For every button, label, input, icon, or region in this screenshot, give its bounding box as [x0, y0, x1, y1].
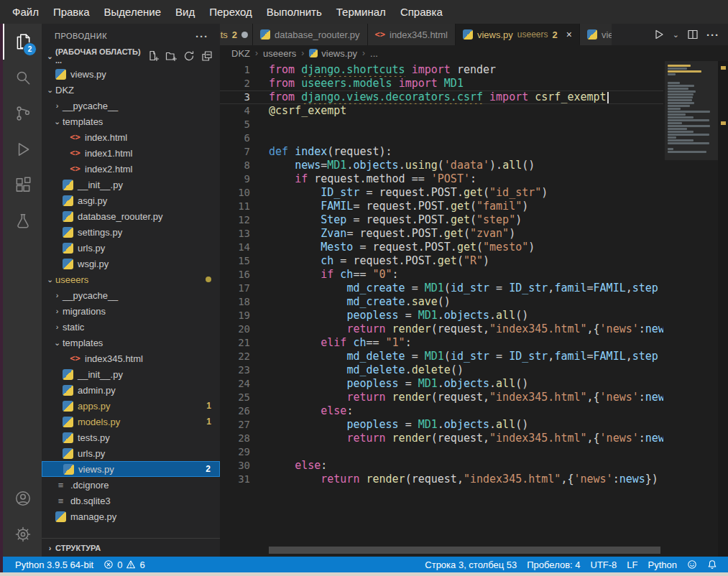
tree-item-.dcignore[interactable]: ≡.dcignore [42, 477, 220, 493]
code-line-1[interactable]: 1from django.shortcuts import render [220, 63, 663, 77]
code-line-4[interactable]: 4@csrf_exempt [220, 104, 663, 118]
code-line-14[interactable]: 14 Mesto = request.POST.get("mesto") [220, 241, 663, 254]
vertical-scrollbar[interactable] [718, 61, 728, 557]
activity-run-debug-button[interactable] [3, 131, 42, 167]
code-line-26[interactable]: 26 else: [220, 404, 663, 418]
code-line-15[interactable]: 15 ch = request.POST.get("R") [220, 254, 663, 268]
eol-status[interactable]: LF [622, 559, 642, 570]
tree-item-index2.html[interactable]: <>index2.html [42, 161, 220, 177]
new-folder-button[interactable] [165, 50, 177, 62]
line-number[interactable]: 24 [220, 377, 250, 391]
breadcrumb-item--[interactable]: ... [370, 48, 378, 59]
code-line-10[interactable]: 10 ID_str = request.POST.get("id_str") [220, 186, 663, 200]
tree-item-__init__.py[interactable]: __init__.py [42, 177, 220, 192]
language-mode-status[interactable]: Python [643, 559, 682, 570]
chevron-right-icon[interactable]: › [52, 322, 63, 331]
tree-item-tests.py[interactable]: tests.py [42, 429, 220, 445]
line-number[interactable]: 14 [220, 241, 250, 254]
chevron-down-icon[interactable]: ⌄ [45, 275, 55, 284]
menu-item-4[interactable]: Переход [203, 3, 259, 21]
tree-item-admin.py[interactable]: admin.py [42, 382, 220, 398]
menu-item-7[interactable]: Справка [394, 3, 449, 21]
new-file-button[interactable] [147, 50, 159, 62]
tree-item-views.py[interactable]: views.py2 [42, 461, 220, 477]
activity-source-control-button[interactable] [3, 96, 42, 131]
sidebar-more-actions-icon[interactable]: ··· [195, 30, 208, 42]
code-line-18[interactable]: 18 md_create.save() [220, 295, 663, 309]
line-number[interactable]: 30 [220, 459, 250, 473]
code-editor[interactable]: 1from django.shortcuts import render2fro… [220, 61, 728, 557]
code-line-9[interactable]: 9 if request.method == 'POST': [220, 172, 663, 186]
menu-item-5[interactable]: Выполнить [260, 3, 328, 21]
code-line-12[interactable]: 12 Step = request.POST.get("step") [220, 213, 663, 227]
menu-item-6[interactable]: Терминал [330, 3, 392, 21]
code-line-20[interactable]: 20 return render(request,"index345.html"… [220, 322, 663, 336]
activity-explorer-button[interactable]: 2 [3, 24, 42, 60]
code-line-27[interactable]: 27 peopless = MD1.objects.all() [220, 418, 663, 432]
tab-vie[interactable]: vie [580, 24, 612, 45]
code-line-23[interactable]: 23 md_delete.delete() [220, 363, 663, 377]
tree-item-__pycache__[interactable]: ›__pycache__ [42, 98, 220, 113]
code-line-8[interactable]: 8 news=MD1.objects.using('daata').all() [220, 159, 663, 172]
code-line-28[interactable]: 28 return render(request,"index345.html"… [220, 432, 663, 445]
line-number[interactable]: 20 [220, 322, 250, 336]
line-number[interactable]: 31 [220, 473, 250, 486]
tree-item-static[interactable]: ›static [42, 319, 220, 335]
line-number[interactable]: 8 [220, 159, 250, 172]
line-number[interactable]: 19 [220, 309, 250, 322]
code-line-29[interactable]: 29 [220, 445, 663, 459]
collapse-all-button[interactable] [201, 50, 213, 62]
code-line-24[interactable]: 24 peopless = MD1.objects.all() [220, 377, 663, 391]
line-number[interactable]: 12 [220, 213, 250, 227]
more-actions-icon[interactable]: ··· [706, 29, 719, 41]
line-number[interactable]: 7 [220, 145, 250, 159]
line-number[interactable]: 6 [220, 131, 250, 145]
tree-item-apps.py[interactable]: apps.py1 [42, 398, 220, 414]
activity-testing-button[interactable] [3, 203, 42, 239]
tree-item-__pycache__[interactable]: ›__pycache__ [42, 287, 220, 303]
line-number[interactable]: 22 [220, 350, 250, 363]
chevron-right-icon[interactable]: › [52, 307, 63, 315]
line-number[interactable]: 13 [220, 227, 250, 241]
tab-views-py[interactable]: views.pyuseeers2× [456, 24, 580, 45]
menu-item-1[interactable]: Правка [47, 3, 96, 21]
tree-item-__init__.py[interactable]: __init__.py [42, 366, 220, 382]
tree-item-models.py[interactable]: models.py1 [42, 414, 220, 429]
tree-item-urls.py[interactable]: urls.py [42, 445, 220, 461]
line-number[interactable]: 3 [220, 90, 250, 104]
line-number[interactable]: 27 [220, 418, 250, 432]
code-line-5[interactable]: 5 [220, 118, 663, 131]
tree-item-wsgi.py[interactable]: wsgi.py [42, 256, 220, 271]
tree-item-templates[interactable]: ⌄templates [42, 113, 220, 129]
line-number[interactable]: 21 [220, 336, 250, 350]
activity-account-button[interactable] [3, 480, 42, 516]
outline-section-header[interactable]: › СТРУКТУРА [42, 538, 220, 557]
line-number[interactable]: 9 [220, 172, 250, 186]
code-line-7[interactable]: 7def index(request): [220, 145, 663, 159]
activity-search-button[interactable] [3, 60, 42, 96]
close-icon[interactable]: × [566, 29, 572, 40]
chevron-right-icon[interactable]: › [52, 291, 63, 299]
tree-item-migrations[interactable]: ›migrations [42, 303, 220, 319]
tree-item-index345.html[interactable]: <>index345.html [42, 350, 220, 366]
tree-item-urls.py[interactable]: urls.py [42, 240, 220, 256]
line-number[interactable]: 2 [220, 77, 250, 90]
code-line-6[interactable]: 6 [220, 131, 663, 145]
run-button[interactable] [653, 29, 665, 40]
code-line-11[interactable]: 11 FAMIL= request.POST.get("famil") [220, 200, 663, 213]
activity-settings-button[interactable] [3, 516, 42, 552]
chevron-down-icon[interactable]: ⌄ [52, 117, 63, 126]
tree-item-useeers[interactable]: ⌄useeers [42, 271, 220, 287]
code-line-16[interactable]: 16 if ch== "0": [220, 268, 663, 282]
line-number[interactable]: 1 [220, 63, 250, 77]
code-line-17[interactable]: 17 md_create = MD1(id_str = ID_str,famil… [220, 282, 663, 295]
cursor-position-status[interactable]: Строка 3, столбец 53 [420, 559, 522, 570]
bell-button[interactable] [702, 559, 722, 570]
line-number[interactable]: 17 [220, 282, 250, 295]
breadcrumb-item-useeers[interactable]: useeers [263, 48, 296, 59]
code-line-31[interactable]: 31 return render(request,"index345.html"… [220, 473, 663, 486]
line-number[interactable]: 15 [220, 254, 250, 268]
code-line-21[interactable]: 21 elif ch== "1": [220, 336, 663, 350]
horizontal-scrollbar[interactable] [269, 547, 660, 554]
line-number[interactable]: 23 [220, 363, 250, 377]
